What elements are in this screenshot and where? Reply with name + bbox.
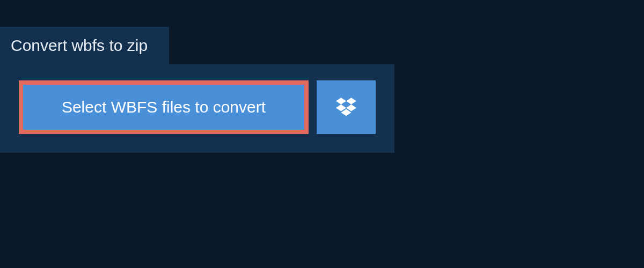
dropbox-icon	[336, 96, 356, 118]
tab-header: Convert wbfs to zip	[0, 27, 169, 64]
select-files-label: Select WBFS files to convert	[62, 98, 266, 116]
upload-panel: Select WBFS files to convert	[0, 64, 394, 153]
converter-container: Convert wbfs to zip Select WBFS files to…	[0, 0, 644, 153]
dropbox-button[interactable]	[317, 80, 376, 134]
tab-title: Convert wbfs to zip	[11, 36, 148, 54]
select-files-button[interactable]: Select WBFS files to convert	[19, 80, 309, 134]
